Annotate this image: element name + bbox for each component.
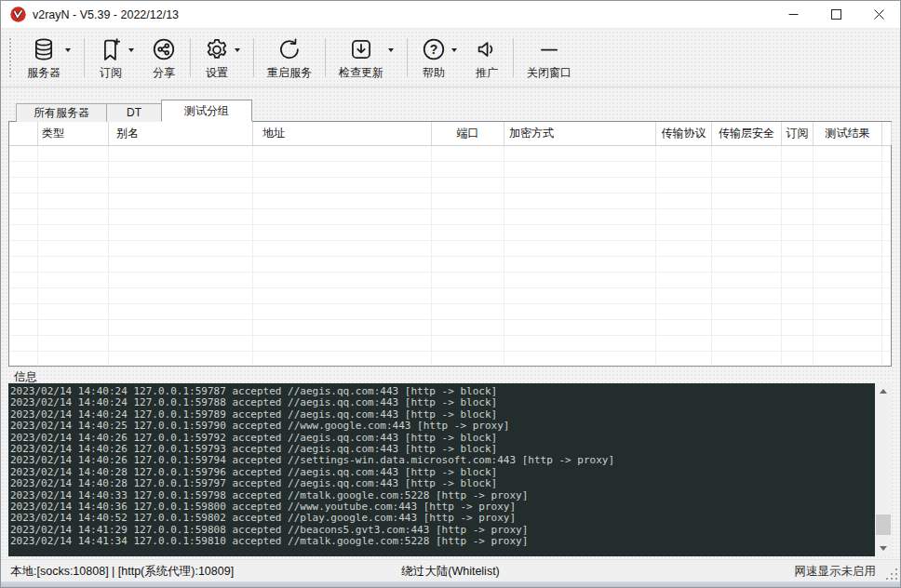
log-text: 2023/02/14 14:40:24 127.0.0.1:59787 acce… [10, 386, 614, 548]
grid-vline [504, 146, 504, 365]
dropdown-arrow-icon[interactable] [451, 48, 457, 52]
database-icon [31, 36, 57, 62]
status-bar: 本地:[socks:10808] | [http(系统代理):10809] 绕过… [1, 559, 900, 582]
column-header-3[interactable]: 端口 [432, 122, 504, 145]
help-icon: ? [421, 36, 447, 62]
grid-vline [108, 146, 109, 365]
toolbar-button-label: 设置 [206, 65, 228, 81]
dropdown-arrow-icon[interactable] [128, 48, 134, 52]
dropdown-arrow-icon[interactable] [388, 48, 394, 52]
gear-icon [204, 36, 230, 62]
window-bottom-edge [1, 581, 900, 587]
column-header-1[interactable]: 别名 [109, 122, 253, 145]
grid-vline [781, 146, 782, 365]
toolbar-button-database[interactable]: 服务器 [19, 31, 79, 85]
column-header-5[interactable]: 传输协议 [656, 122, 712, 145]
grid-vline [881, 146, 882, 365]
toolbar-button-label: 检查更新 [339, 65, 383, 81]
close-icon [874, 9, 884, 20]
toolbar-separator [407, 38, 408, 77]
tab-0[interactable]: 所有服务器 [16, 103, 107, 122]
window-controls [772, 1, 900, 29]
column-header-6[interactable]: 传输层安全 [712, 122, 782, 145]
server-table-body[interactable] [9, 146, 891, 366]
close-window-icon [536, 36, 562, 62]
toolbar-button-label: 订阅 [100, 65, 122, 81]
grid-vline [431, 146, 432, 365]
log-console: 2023/02/14 14:40:24 127.0.0.1:59787 acce… [8, 383, 892, 556]
v2rayn-window: v2rayN - V5.39 - 2022/12/13 服务器订阅分享设置重启服… [0, 0, 901, 588]
column-header-4[interactable]: 加密方式 [504, 122, 656, 145]
bookmark-add-icon [98, 36, 124, 62]
column-header-8[interactable]: 测试结果 [814, 122, 882, 145]
speed-display-status[interactable]: 网速显示未启用 [795, 560, 877, 582]
filler-column [882, 122, 892, 145]
log-scrollbar-thumb[interactable] [876, 514, 891, 535]
toolbar-button-label: 重启服务 [267, 65, 312, 81]
tab-active-2[interactable]: 测试分组 [161, 100, 252, 122]
dropdown-arrow-icon[interactable] [65, 48, 71, 52]
titlebar: v2rayN - V5.39 - 2022/12/13 [1, 1, 900, 29]
toolbar-button-bookmark-add[interactable]: 订阅 [89, 31, 142, 85]
speaker-icon [474, 36, 500, 62]
toolbar-separator [84, 38, 85, 77]
grid-vline [813, 146, 814, 365]
scroll-up-icon[interactable] [875, 383, 892, 399]
toolbar-grip[interactable] [8, 37, 13, 78]
tab-1[interactable]: DT [106, 103, 162, 122]
toolbar-button-label: 关闭窗口 [527, 65, 572, 81]
server-table: 类型别名地址端口加密方式传输协议传输层安全订阅测试结果 [8, 121, 892, 367]
maximize-button[interactable] [814, 1, 857, 29]
minimize-icon [788, 9, 799, 20]
resize-grip[interactable] [886, 568, 898, 581]
column-header-0[interactable]: 类型 [38, 122, 109, 145]
server-table-header: 类型别名地址端口加密方式传输协议传输层安全订阅测试结果 [9, 122, 891, 146]
toolbar-button-label: 分享 [153, 65, 175, 81]
toolbar-button-share[interactable]: 分享 [142, 31, 185, 85]
toolbar-button-speaker[interactable]: 推广 [465, 31, 508, 85]
toolbar-button-close-window[interactable]: 关闭窗口 [518, 31, 580, 85]
grid-vline [655, 146, 656, 365]
log-scrollbar[interactable] [875, 383, 892, 556]
column-header-2[interactable]: 地址 [253, 122, 432, 145]
toolbar: 服务器订阅分享设置重启服务检查更新?帮助推广关闭窗口 [1, 29, 900, 87]
restart-icon [276, 36, 303, 62]
maximize-icon [831, 9, 841, 20]
routing-mode-status[interactable]: 绕过大陆(Whitelist) [1, 560, 900, 582]
toolbar-separator [190, 38, 191, 77]
minimize-button[interactable] [772, 1, 814, 29]
column-header-7[interactable]: 订阅 [782, 122, 814, 145]
scroll-down-icon[interactable] [875, 541, 892, 556]
svg-text:?: ? [430, 42, 438, 57]
grid-vline [711, 146, 712, 365]
toolbar-button-update-download[interactable]: 检查更新 [330, 31, 402, 85]
grid-vline [252, 146, 253, 365]
toolbar-button-restart[interactable]: 重启服务 [259, 31, 320, 85]
grid-vline [37, 146, 38, 365]
update-download-icon [348, 36, 374, 62]
toolbar-button-gear[interactable]: 设置 [195, 31, 249, 85]
server-group-tabs: 所有服务器DT测试分组 [16, 101, 251, 122]
toolbar-separator [325, 38, 326, 77]
toolbar-button-label: 推广 [476, 65, 498, 81]
row-header-column [9, 122, 38, 145]
app-logo-icon [10, 7, 26, 22]
dropdown-arrow-icon[interactable] [235, 48, 240, 52]
window-title: v2rayN - V5.39 - 2022/12/13 [33, 8, 179, 21]
toolbar-button-label: 服务器 [27, 65, 61, 81]
toolbar-button-label: 帮助 [423, 65, 445, 81]
share-icon [151, 36, 177, 62]
toolbar-button-help[interactable]: ?帮助 [412, 31, 465, 85]
toolbar-separator [513, 38, 514, 77]
close-button[interactable] [857, 1, 900, 29]
toolbar-separator [253, 38, 254, 77]
